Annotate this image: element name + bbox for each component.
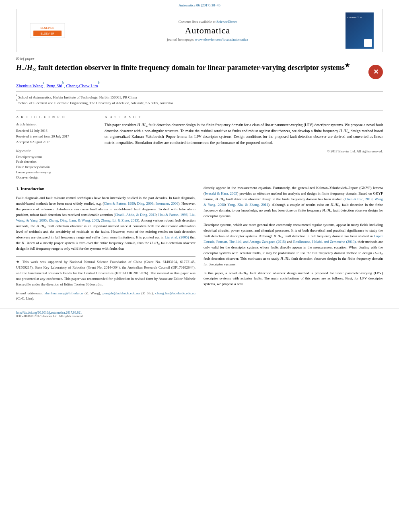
journal-homepage-line: journal homepage: www.elsevier.com/locat… <box>74 37 341 41</box>
cite-chen-patton[interactable]: Chen & Patton, 1999 <box>104 201 135 205</box>
intro-section-title: 1. Introduction <box>16 185 195 192</box>
automatica-cover <box>346 12 374 49</box>
crossmark-badge[interactable] <box>368 65 383 79</box>
cite-isermann[interactable]: Isermann, 2006 <box>156 201 178 205</box>
keyword-1: Descriptor systems <box>16 154 97 160</box>
crossmark-icon <box>368 65 383 79</box>
article-info-col: A R T I C L E I N F O Article history: R… <box>16 115 97 180</box>
keyword-5: Observer design <box>16 175 97 180</box>
body-right-para-2: Descriptor systems, which are more gener… <box>204 222 383 267</box>
elsevier-logo-svg: ELSEVIER ELSEVIER <box>29 23 66 39</box>
cite-hou-patton[interactable]: Hou & Patton, 1996 <box>158 213 187 217</box>
contents-available-text: Contents lists available at ScienceDirec… <box>74 20 341 24</box>
email-lim[interactable]: cheng.lim@adelaide.edu.au <box>155 291 195 295</box>
article-type: Brief paper <box>16 56 383 61</box>
journal-header: ELSEVIER ELSEVIER Contents lists availab… <box>16 9 383 52</box>
affiliations: a School of Astronautics, Harbin Institu… <box>16 95 383 106</box>
article-info-abstract-section: A R T I C L E I N F O Article history: R… <box>16 111 383 180</box>
cite-chen-cao[interactable]: Chen & Cao, 2013 <box>345 197 372 201</box>
elsevier-logo-area: ELSEVIER ELSEVIER <box>21 23 74 39</box>
body-right-para-3: In this paper, a novel H−/H∞ fault detec… <box>204 271 383 288</box>
accepted-date: Accepted 8 August 2017 <box>16 140 97 145</box>
abstract-col: A B S T R A C T This paper considers H−/… <box>105 115 383 180</box>
svg-text:ELSEVIER: ELSEVIER <box>41 27 55 29</box>
keyword-4: Linear parameter-varying <box>16 170 97 175</box>
abstract-text: This paper considers H−/H∞ fault detecti… <box>105 122 383 146</box>
author-lim[interactable]: Cheng-Chew Lim <box>66 83 98 88</box>
cite-zhong-ding[interactable]: Zhong, Ding, Lam, & Wang, 2003 <box>49 218 99 222</box>
keyword-3: Finite frequency domain <box>16 164 97 170</box>
authors-line: Zhenhua Wanga, Peng Shib, Cheng-Chew Lim… <box>16 83 383 88</box>
cite-iwasaki[interactable]: Iwasaki & Hara, 2005 <box>205 191 237 195</box>
email-wang[interactable]: zhenhua.wang@hit.edu.cn <box>45 291 83 295</box>
cite-boulkroune[interactable]: Boulkroune, Halabi, and Zemouche (2013) <box>293 240 356 244</box>
body-col-right: directly appear in the measurement equat… <box>204 185 383 305</box>
author-shi[interactable]: Peng Shi <box>46 83 62 88</box>
body-col-left: 1. Introduction Fault diagnosis and faul… <box>16 185 195 305</box>
cite-chadli[interactable]: Chadli, Abdo, & Ding, 2013 <box>115 213 156 217</box>
keyword-2: Fault detection <box>16 159 97 164</box>
author-wang[interactable]: Zhenhua Wang <box>16 83 43 88</box>
article-title-area: H−/H∞ fault detection observer in finite… <box>16 63 383 79</box>
email-shi[interactable]: pengshi@adelaide.edu.au <box>103 291 140 295</box>
sciencedirect-link[interactable]: ScienceDirect <box>216 20 237 24</box>
journal-cover-thumbnail <box>341 12 378 49</box>
copyright-line: © 2017 Elsevier Ltd. All rights reserved… <box>105 149 383 153</box>
footer-links: http://dx.doi.org/10.1016/j.automatica.2… <box>0 308 399 320</box>
affil-b: b School of Electrical and Electronic En… <box>16 101 383 106</box>
journal-volume-link[interactable]: Automatica 86 (2017) 38–45 <box>179 3 220 7</box>
doi-link[interactable]: http://dx.doi.org/10.1016/j.automatica.2… <box>16 311 82 314</box>
received-date: Received 14 July 2016 <box>16 129 97 134</box>
svg-text:ELSEVIER: ELSEVIER <box>41 32 54 35</box>
footer-issn: 0005-1098/© 2017 Elsevier Ltd. All right… <box>16 314 383 318</box>
cite-yang-xia[interactable]: Yang, Xia, & Zhang, 2011 <box>227 203 268 207</box>
article-info-header: A R T I C L E I N F O <box>16 115 97 119</box>
revised-date: Received in revised form 20 July 2017 <box>16 134 97 139</box>
journal-homepage-link[interactable]: www.elsevier.com/locate/automatica <box>195 37 248 41</box>
body-section: 1. Introduction Fault diagnosis and faul… <box>16 185 383 305</box>
page-wrapper: Automatica 86 (2017) 38–45 ELSEVIER ELSE… <box>0 0 399 532</box>
journal-header-center: Contents lists available at ScienceDirec… <box>74 20 341 41</box>
article-history-label: Article history: <box>16 122 97 126</box>
main-content: Brief paper H−/H∞ fault detection observ… <box>0 52 399 305</box>
journal-title: Automatica <box>74 25 341 36</box>
cite-ding[interactable]: Ding, 2008 <box>137 201 154 205</box>
cite-liu-2005[interactable]: Liu et al. (2005) <box>165 235 189 239</box>
title-math: H−/H∞ fault detection observer in finite… <box>16 64 350 72</box>
intro-para-1: Fault diagnosis and fault-tolerant contr… <box>16 195 195 251</box>
cover-logo <box>364 39 372 47</box>
affil-a: a School of Astronautics, Harbin Institu… <box>16 95 383 101</box>
journal-top-link[interactable]: Automatica 86 (2017) 38–45 <box>0 0 399 9</box>
body-right-para-1: directly appear in the measurement equat… <box>204 185 383 219</box>
footer-doi[interactable]: http://dx.doi.org/10.1016/j.automatica.2… <box>16 311 383 314</box>
footnote-star: ★ This work was supported by National Na… <box>16 259 195 288</box>
article-title-text: H−/H∞ fault detection observer in finite… <box>16 63 368 72</box>
abstract-header: A B S T R A C T <box>105 115 383 119</box>
affil-divider <box>16 91 383 92</box>
cite-zhong-li[interactable]: Zhong, Li, & Zhao, 2013 <box>101 218 138 222</box>
footnote-email: E-mail addresses: zhenhua.wang@hit.edu.c… <box>16 291 195 302</box>
footnote-area: ★ This work was supported by National Na… <box>16 257 195 302</box>
keywords-label: Keywords: <box>16 149 97 153</box>
